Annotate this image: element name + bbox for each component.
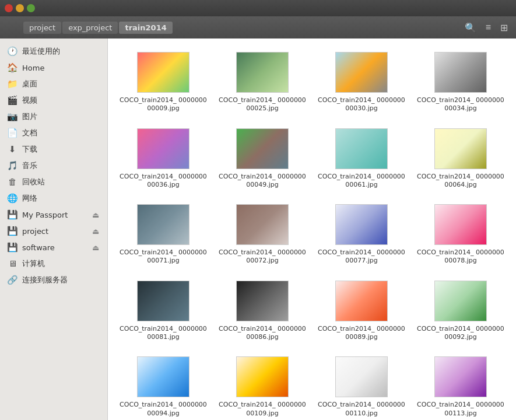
file-thumbnail [236, 356, 289, 397]
file-item[interactable]: COCO_train2014_ 000000000071.jpg [117, 200, 210, 270]
file-thumbnail [137, 128, 189, 169]
file-thumbnail [434, 281, 487, 321]
title-bar [0, 0, 516, 16]
sidebar-item-My-Passport[interactable]: 💾My Passport⏏ [0, 206, 107, 223]
eject-button[interactable]: ⏏ [91, 211, 100, 219]
sidebar-item-software[interactable]: 💾software⏏ [0, 239, 107, 256]
file-name: COCO_train2014_ 000000000036.jpg [119, 173, 208, 190]
file-name: COCO_train2014_ 000000000092.jpg [416, 325, 505, 342]
sidebar-label: 下载 [22, 144, 100, 155]
sidebar-icon: 🔗 [7, 275, 17, 285]
file-thumbnail [137, 281, 189, 321]
file-item[interactable]: COCO_train2014_ 000000000094.jpg [117, 352, 210, 420]
breadcrumb-item[interactable]: train2014 [119, 22, 172, 34]
file-item[interactable]: COCO_train2014_ 000000000089.jpg [315, 276, 408, 346]
file-item[interactable]: COCO_train2014_ 000000000078.jpg [414, 200, 507, 270]
sidebar-item-计算机[interactable]: 🖥计算机 [0, 256, 107, 272]
file-thumbnail [335, 204, 388, 245]
file-item[interactable]: COCO_train2014_ 000000000036.jpg [117, 124, 210, 194]
file-name: COCO_train2014_ 000000000077.jpg [317, 249, 406, 265]
file-item[interactable]: COCO_train2014_ 000000000081.jpg [117, 276, 210, 346]
file-item[interactable]: COCO_train2014_ 000000000109.jpg [216, 352, 309, 420]
sidebar-item-视频[interactable]: 🎬视频 [0, 92, 107, 108]
sidebar: 🕐最近使用的🏠Home📁桌面🎬视频📷图片📄文档⬇下载🎵音乐🗑回收站🌐网络💾My … [0, 38, 108, 420]
file-item[interactable]: COCO_train2014_ 000000000009.jpg [117, 47, 210, 118]
file-thumbnail [137, 204, 189, 245]
breadcrumb-item[interactable]: project [23, 22, 61, 34]
file-item[interactable]: COCO_train2014_ 000000000049.jpg [216, 124, 309, 194]
file-name: COCO_train2014_ 000000000061.jpg [317, 173, 406, 190]
file-name: COCO_train2014_ 000000000049.jpg [218, 173, 307, 190]
sidebar-label: 音乐 [22, 160, 100, 171]
main-layout: 🕐最近使用的🏠Home📁桌面🎬视频📷图片📄文档⬇下载🎵音乐🗑回收站🌐网络💾My … [0, 38, 516, 420]
sidebar-item-图片[interactable]: 📷图片 [0, 108, 107, 125]
toolbar: projectexp_projecttrain2014 🔍 ≡ ⊞ [0, 16, 516, 38]
list-view-button[interactable]: ≡ [482, 20, 494, 35]
file-item[interactable]: COCO_train2014_ 000000000086.jpg [216, 276, 309, 346]
sidebar-icon: 🖥 [7, 258, 17, 269]
sidebar-label: 视频 [22, 95, 100, 106]
sidebar-icon: 🎵 [7, 160, 17, 171]
file-item[interactable]: COCO_train2014_ 000000000110.jpg [315, 352, 408, 420]
file-name: COCO_train2014_ 000000000009.jpg [119, 96, 208, 113]
sidebar-item-Home[interactable]: 🏠Home [0, 60, 107, 76]
sidebar-item-project[interactable]: 💾project⏏ [0, 223, 107, 239]
file-item[interactable]: COCO_train2014_ 000000000034.jpg [414, 47, 507, 118]
search-button[interactable]: 🔍 [461, 20, 480, 36]
sidebar-item-连接到服务器[interactable]: 🔗连接到服务器 [0, 272, 107, 288]
sidebar-item-回收站[interactable]: 🗑回收站 [0, 174, 107, 190]
sidebar-icon: 💾 [7, 209, 17, 220]
sidebar-item-桌面[interactable]: 📁桌面 [0, 76, 107, 92]
close-button[interactable] [5, 4, 13, 12]
file-item[interactable]: COCO_train2014_ 000000000113.jpg [414, 352, 507, 420]
sidebar-icon: 🎬 [7, 95, 17, 106]
file-item[interactable]: COCO_train2014_ 000000000025.jpg [216, 47, 309, 118]
file-name: COCO_train2014_ 000000000094.jpg [119, 401, 208, 418]
grid-view-button[interactable]: ⊞ [497, 20, 511, 36]
file-name: COCO_train2014_ 000000000064.jpg [416, 173, 505, 190]
breadcrumb-item[interactable]: exp_project [62, 22, 118, 34]
sidebar-item-音乐[interactable]: 🎵音乐 [0, 158, 107, 174]
file-thumbnail [236, 281, 289, 321]
back-button[interactable] [5, 25, 12, 30]
sidebar-item-网络[interactable]: 🌐网络 [0, 190, 107, 206]
sidebar-label: 文档 [22, 128, 100, 138]
eject-button[interactable]: ⏏ [91, 243, 100, 252]
file-item[interactable]: COCO_train2014_ 000000000030.jpg [315, 47, 408, 118]
file-name: COCO_train2014_ 000000000025.jpg [218, 96, 307, 113]
file-item[interactable]: COCO_train2014_ 000000000092.jpg [414, 276, 507, 346]
sidebar-icon: 📷 [7, 111, 17, 122]
minimize-button[interactable] [16, 4, 24, 12]
eject-button[interactable]: ⏏ [91, 227, 100, 236]
file-thumbnail [236, 204, 289, 245]
sidebar-item-最近使用的[interactable]: 🕐最近使用的 [0, 43, 107, 60]
sidebar-label: Home [22, 64, 100, 72]
file-name: COCO_train2014_ 000000000089.jpg [317, 325, 406, 342]
file-thumbnail [434, 204, 487, 245]
sidebar-label: 桌面 [22, 79, 100, 89]
file-thumbnail [137, 356, 189, 397]
file-item[interactable]: COCO_train2014_ 000000000077.jpg [315, 200, 408, 270]
file-item[interactable]: COCO_train2014_ 000000000072.jpg [216, 200, 309, 270]
sidebar-label: 图片 [22, 111, 100, 122]
file-name: COCO_train2014_ 000000000081.jpg [119, 325, 208, 342]
file-name: COCO_train2014_ 000000000071.jpg [119, 249, 208, 265]
file-name: COCO_train2014_ 000000000072.jpg [218, 249, 307, 265]
file-name: COCO_train2014_ 000000000113.jpg [416, 401, 505, 418]
sidebar-item-下载[interactable]: ⬇下载 [0, 141, 107, 158]
file-thumbnail [434, 356, 487, 397]
sidebar-label: 连接到服务器 [22, 275, 100, 285]
file-thumbnail [434, 128, 487, 169]
file-thumbnail [335, 52, 388, 93]
sidebar-label: project [22, 227, 86, 236]
sidebar-icon: 📄 [7, 128, 17, 138]
sidebar-label: software [22, 243, 86, 252]
file-item[interactable]: COCO_train2014_ 000000000061.jpg [315, 124, 408, 194]
maximize-button[interactable] [27, 4, 35, 12]
file-item[interactable]: COCO_train2014_ 000000000064.jpg [414, 124, 507, 194]
sidebar-item-文档[interactable]: 📄文档 [0, 125, 107, 141]
file-thumbnail [236, 128, 289, 169]
file-thumbnail [335, 281, 388, 321]
forward-button[interactable] [14, 25, 21, 30]
sidebar-icon: 🌐 [7, 193, 17, 204]
